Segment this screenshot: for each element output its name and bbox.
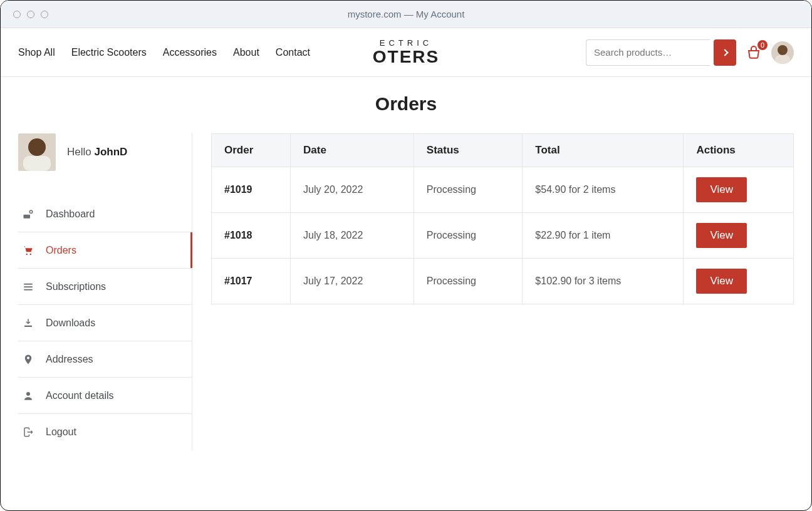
svg-rect-6	[24, 214, 31, 218]
logo-line-1: ECTRIC	[373, 39, 439, 48]
th-actions: Actions	[684, 134, 794, 167]
cell-actions: View	[684, 259, 794, 304]
cell-status: Processing	[414, 213, 523, 259]
cart-count-badge: 0	[757, 40, 768, 50]
browser-title: mystore.com — My Account	[1, 9, 811, 19]
search	[586, 39, 736, 66]
th-order: Order	[212, 134, 291, 167]
nav-about[interactable]: About	[233, 47, 259, 58]
svg-rect-12	[24, 289, 33, 290]
cell-order[interactable]: #1019	[212, 167, 291, 213]
svg-rect-10	[24, 283, 33, 284]
menu-label: Orders	[46, 245, 76, 256]
view-button[interactable]: View	[696, 223, 747, 248]
logo-line-2: OTERS	[373, 48, 439, 66]
svg-point-4	[28, 138, 46, 156]
svg-rect-13	[24, 325, 32, 326]
search-input[interactable]	[586, 39, 710, 66]
greeting-text: Hello	[67, 146, 94, 158]
pin-icon	[22, 354, 34, 365]
cart-button[interactable]: 0	[745, 44, 763, 61]
svg-rect-11	[24, 286, 33, 287]
svg-point-1	[778, 45, 788, 55]
cell-actions: View	[684, 213, 794, 259]
cart-icon	[22, 245, 34, 256]
th-status: Status	[414, 134, 523, 167]
list-icon	[22, 281, 34, 292]
user-greeting: Hello JohnD	[67, 146, 127, 158]
table-row: #1017 July 17, 2022 Processing $102.90 f…	[212, 259, 794, 304]
cell-total: $102.90 for 3 items	[523, 259, 684, 304]
orders-table: Order Date Status Total Actions #1019 Ju…	[211, 133, 794, 304]
cell-order[interactable]: #1017	[212, 259, 291, 304]
user-block: Hello JohnD	[18, 133, 192, 171]
th-date: Date	[291, 134, 414, 167]
browser-bar: mystore.com — My Account	[1, 1, 811, 28]
menu-label: Addresses	[46, 354, 93, 365]
site-header: Shop All Electric Scooters Accessories A…	[1, 28, 811, 77]
svg-point-14	[26, 392, 30, 396]
cell-actions: View	[684, 167, 794, 213]
site-logo[interactable]: ECTRIC OTERS	[373, 39, 439, 66]
svg-rect-5	[23, 156, 51, 171]
svg-point-9	[30, 253, 31, 254]
account-sidebar: Hello JohnD Dashboard Orders	[18, 133, 192, 450]
cell-status: Processing	[414, 167, 523, 213]
orders-content: Order Date Status Total Actions #1019 Ju…	[211, 133, 794, 450]
svg-point-8	[26, 253, 28, 254]
menu-logout[interactable]: Logout	[18, 414, 192, 450]
account-menu: Dashboard Orders Subscriptions	[18, 196, 192, 450]
chevron-right-icon	[721, 49, 728, 56]
menu-label: Logout	[46, 426, 76, 438]
nav-shop-all[interactable]: Shop All	[18, 47, 55, 58]
nav-electric-scooters[interactable]: Electric Scooters	[71, 47, 147, 58]
search-button[interactable]	[714, 39, 736, 66]
dashboard-icon	[22, 209, 34, 220]
view-button[interactable]: View	[696, 269, 747, 294]
menu-label: Dashboard	[46, 209, 95, 220]
page-title: Orders	[1, 93, 811, 115]
menu-account-details[interactable]: Account details	[18, 378, 192, 414]
table-row: #1018 July 18, 2022 Processing $22.90 fo…	[212, 213, 794, 259]
download-icon	[22, 317, 34, 329]
svg-rect-2	[775, 55, 790, 64]
view-button[interactable]: View	[696, 177, 747, 202]
menu-dashboard[interactable]: Dashboard	[18, 196, 192, 232]
menu-subscriptions[interactable]: Subscriptions	[18, 269, 192, 305]
th-total: Total	[523, 134, 684, 167]
menu-downloads[interactable]: Downloads	[18, 305, 192, 341]
nav-accessories[interactable]: Accessories	[163, 47, 217, 58]
nav-contact[interactable]: Contact	[276, 47, 310, 58]
cell-date: July 20, 2022	[291, 167, 414, 213]
logout-icon	[22, 426, 34, 438]
cell-total: $22.90 for 1 item	[523, 213, 684, 259]
cell-date: July 17, 2022	[291, 259, 414, 304]
cell-status: Processing	[414, 259, 523, 304]
menu-label: Subscriptions	[46, 281, 106, 292]
svg-point-7	[29, 210, 33, 214]
user-name: JohnD	[94, 146, 127, 158]
cell-order[interactable]: #1018	[212, 213, 291, 259]
cell-date: July 18, 2022	[291, 213, 414, 259]
user-icon	[22, 390, 34, 401]
cell-total: $54.90 for 2 items	[523, 167, 684, 213]
menu-label: Downloads	[46, 317, 95, 329]
table-row: #1019 July 20, 2022 Processing $54.90 fo…	[212, 167, 794, 213]
main-nav: Shop All Electric Scooters Accessories A…	[18, 47, 310, 58]
menu-label: Account details	[46, 390, 114, 401]
menu-orders[interactable]: Orders	[18, 232, 192, 269]
header-avatar[interactable]	[771, 41, 794, 64]
user-avatar	[18, 133, 56, 171]
menu-addresses[interactable]: Addresses	[18, 341, 192, 378]
